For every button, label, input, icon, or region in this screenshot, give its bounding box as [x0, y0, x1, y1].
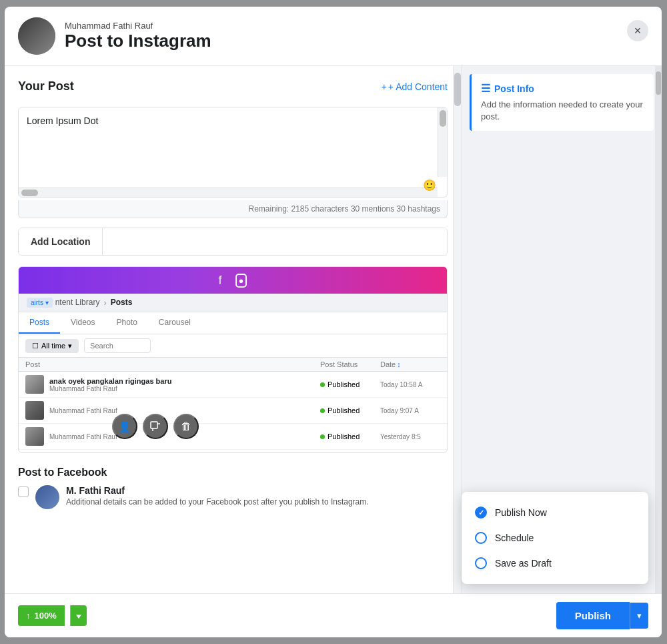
- header-username: Muhammad Fathi Rauf: [65, 21, 211, 31]
- publish-now-radio[interactable]: [475, 507, 487, 519]
- crop-action-button[interactable]: [143, 414, 168, 439]
- svg-rect-0: [151, 422, 157, 428]
- save-as-draft-label: Save as Draft: [495, 558, 552, 569]
- row-date: Today 10:58 A: [380, 381, 440, 388]
- save-as-draft-option[interactable]: Save as Draft: [462, 551, 648, 576]
- cl-breadcrumb: ntent Library › Posts: [55, 298, 133, 308]
- facebook-title: Post to Facebook: [18, 466, 448, 478]
- content-library-preview: f ● airts ▾ ntent Library › Posts: [18, 266, 448, 453]
- table-row: Muhammad Fathi Rauf Published Yesterday …: [19, 424, 447, 450]
- avatar-image: [18, 17, 55, 55]
- publish-popup: Publish Now Schedule Save as Draft: [462, 492, 648, 584]
- row-status: Published: [320, 380, 380, 388]
- row-title: anak oyek pangkalan rigingas baru: [49, 377, 320, 385]
- cl-brand-tag: airts ▾: [27, 298, 53, 308]
- add-content-button[interactable]: + + Add Content: [382, 81, 448, 92]
- facebook-checkbox[interactable]: [18, 487, 29, 497]
- cl-header-bar: f ●: [19, 267, 447, 294]
- info-icon: ☰: [481, 82, 490, 95]
- row-status: Published: [320, 406, 380, 414]
- status-dot: [320, 434, 325, 439]
- status-label: Published: [327, 406, 360, 414]
- zoom-dropdown-button[interactable]: [70, 605, 87, 626]
- location-section: Add Location: [18, 228, 448, 256]
- add-content-label: + Add Content: [388, 81, 448, 92]
- cl-toolbar: ☐ All time ▾: [19, 334, 447, 358]
- facebook-info: M. Fathi Rauf Additional details can be …: [66, 485, 448, 507]
- col-header-status: Post Status: [320, 360, 380, 368]
- char-remaining: Remaining: 2185 characters 30 mentions 3…: [18, 200, 448, 218]
- left-panel: Your Post + + Add Content Lorem Ipsum Do…: [5, 66, 462, 593]
- publish-now-option[interactable]: Publish Now: [462, 500, 648, 525]
- status-label: Published: [327, 380, 360, 388]
- avatar: [18, 17, 55, 55]
- row-author: Muhammad Fathi Rauf: [49, 407, 320, 414]
- row-date: Yesterday 8:5: [380, 433, 440, 440]
- zoom-label: 100%: [35, 611, 57, 621]
- col-header-post: Post: [25, 360, 320, 368]
- save-as-draft-radio[interactable]: [475, 557, 487, 569]
- facebook-account-name: M. Fathi Rauf: [66, 485, 448, 496]
- post-info-card: ☰ Post Info Add the information needed t…: [470, 74, 654, 131]
- table-row: Muhammad Fathi Rauf Published Today 9:07…: [19, 398, 447, 424]
- cl-brand-row: airts ▾ ntent Library › Posts: [19, 294, 447, 312]
- facebook-row: M. Fathi Rauf Additional details can be …: [18, 485, 448, 509]
- post-info-description: Add the information needed to create you…: [481, 99, 644, 123]
- zoom-arrow-icon: [76, 615, 81, 619]
- publish-now-label: Publish Now: [495, 507, 547, 518]
- filter-label: All time: [41, 342, 65, 350]
- row-text: anak oyek pangkalan rigingas baru Muhamm…: [49, 377, 320, 392]
- cl-search-input[interactable]: [84, 338, 151, 353]
- header-text: Muhammad Fathi Rauf Post to Instagram: [65, 21, 211, 51]
- location-input[interactable]: [103, 228, 447, 255]
- instagram-logo-icon: ●: [235, 274, 247, 288]
- cl-table-header: Post Post Status Date ↕: [19, 358, 447, 372]
- row-status: Published: [320, 432, 380, 440]
- post-textarea[interactable]: Lorem Ipsum Dot: [19, 107, 447, 194]
- cl-breadcrumb-parent: ntent Library: [55, 298, 100, 308]
- row-text: Muhammad Fathi Rauf: [49, 407, 320, 414]
- publish-dropdown-arrow-icon: ▾: [637, 611, 642, 621]
- add-location-button[interactable]: Add Location: [19, 228, 103, 255]
- action-icons-overlay: 👤 🗑: [112, 414, 199, 439]
- close-button[interactable]: ×: [627, 20, 648, 41]
- emoji-icon[interactable]: 🙂: [423, 179, 436, 192]
- cl-breadcrumb-separator: ›: [103, 298, 106, 308]
- row-date: Today 9:07 A: [380, 407, 440, 414]
- modal: Muhammad Fathi Rauf Post to Instagram × …: [5, 7, 662, 637]
- cl-tab-posts[interactable]: Posts: [19, 312, 60, 334]
- post-textarea-wrapper: Lorem Ipsum Dot 🙂: [18, 107, 448, 198]
- footer-right: Publish ▾: [556, 602, 648, 629]
- cl-tab-videos[interactable]: Videos: [60, 312, 105, 334]
- checkbox-icon: ☐: [32, 342, 39, 350]
- facebook-description: Additional details can be added to your …: [66, 497, 448, 507]
- cl-breadcrumb-current: Posts: [111, 298, 133, 308]
- publish-dropdown-button[interactable]: ▾: [630, 603, 648, 629]
- cl-filter-button[interactable]: ☐ All time ▾: [25, 339, 79, 353]
- cl-tab-carousel[interactable]: Carousel: [148, 312, 201, 334]
- footer-left: ↑ 100%: [18, 605, 87, 626]
- add-content-icon: +: [382, 81, 387, 92]
- cl-tabs: Posts Videos Photo Carousel: [19, 312, 447, 334]
- row-thumbnail: [25, 401, 44, 420]
- facebook-logo-icon: f: [219, 274, 222, 288]
- row-thumbnail: [25, 375, 44, 394]
- schedule-option[interactable]: Schedule: [462, 525, 648, 551]
- person-action-button[interactable]: 👤: [112, 414, 137, 439]
- header-title: Post to Instagram: [65, 31, 211, 51]
- schedule-radio[interactable]: [475, 532, 487, 544]
- upload-icon: ↑: [26, 611, 31, 621]
- your-post-label: Your Post: [18, 79, 74, 93]
- zoom-button[interactable]: ↑ 100%: [18, 605, 65, 626]
- row-thumbnail: [25, 427, 44, 446]
- status-label: Published: [327, 432, 360, 440]
- publish-button[interactable]: Publish: [556, 602, 630, 629]
- col-header-date: Date ↕: [380, 360, 440, 368]
- modal-overlay: Muhammad Fathi Rauf Post to Instagram × …: [0, 0, 667, 644]
- filter-arrow-icon: ▾: [68, 342, 72, 350]
- facebook-section: Post to Facebook M. Fathi Rauf Additiona…: [18, 464, 448, 512]
- post-info-label: Post Info: [494, 83, 534, 94]
- cl-tab-photo[interactable]: Photo: [106, 312, 148, 334]
- trash-action-button[interactable]: 🗑: [173, 414, 199, 439]
- modal-footer: ↑ 100% Publish ▾: [5, 593, 662, 637]
